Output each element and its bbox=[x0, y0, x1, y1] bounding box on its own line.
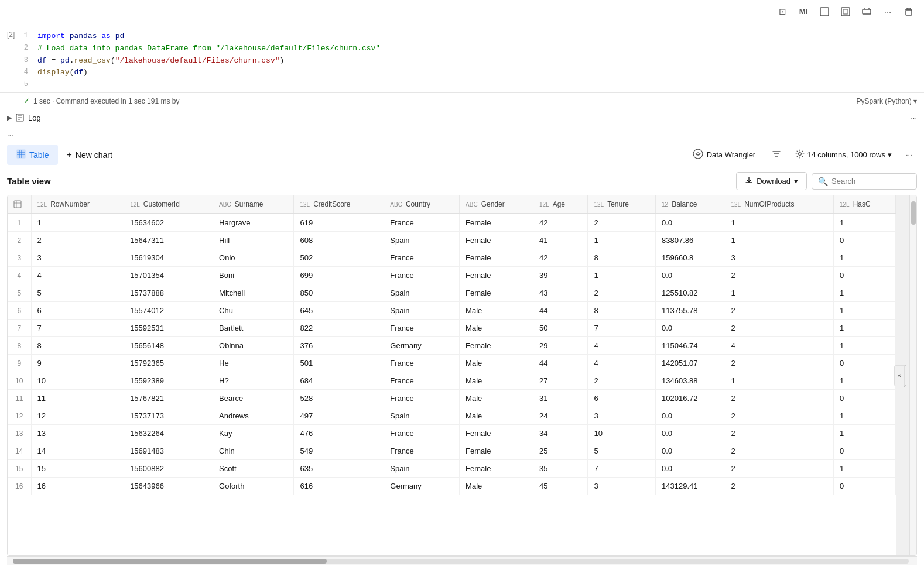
table-cell: 528 bbox=[294, 390, 384, 407]
table-cell: 143129.41 bbox=[656, 478, 725, 495]
toolbar-icon-trash[interactable] bbox=[901, 4, 917, 20]
table-cell: Female bbox=[460, 267, 533, 284]
table-cell: 8 bbox=[588, 249, 656, 267]
col-header-creditscore: 12LCreditScore bbox=[294, 195, 384, 214]
row-index: 2 bbox=[8, 232, 31, 249]
table-cell: 1 bbox=[725, 214, 833, 232]
svg-rect-1 bbox=[841, 8, 850, 16]
collapse-button[interactable]: « bbox=[894, 365, 905, 386]
table-cell: 4 bbox=[588, 355, 656, 372]
table-cell: 1 bbox=[725, 372, 833, 390]
tabs-right: Data Wrangler 14 columns, 1000 rows ▾ ··… bbox=[686, 145, 917, 164]
data-table-wrapper[interactable]: 12LRowNumber 12LCustomerId ABCSurname 12… bbox=[8, 195, 896, 555]
table-cell: 13 bbox=[31, 425, 124, 442]
table-cell: 24 bbox=[533, 407, 587, 425]
table-cell: 684 bbox=[294, 372, 384, 390]
col-info[interactable]: 14 columns, 1000 rows ▾ bbox=[790, 147, 896, 163]
table-cell: Chu bbox=[213, 302, 294, 320]
table-cell: Spain bbox=[384, 284, 460, 302]
row-index: 12 bbox=[8, 407, 31, 425]
table-cell: Male bbox=[460, 478, 533, 495]
output-panel: Table + New chart Data Wrangler bbox=[0, 140, 924, 570]
table-cell: 0 bbox=[833, 442, 895, 460]
table-cell: Chin bbox=[213, 442, 294, 460]
toolbar-icon-more[interactable]: ··· bbox=[879, 4, 896, 20]
table-cell: 34 bbox=[533, 425, 587, 442]
table-cell: 2 bbox=[725, 320, 833, 337]
more-options-button[interactable]: ··· bbox=[901, 147, 917, 163]
download-icon bbox=[745, 176, 753, 186]
table-cell: 0.0 bbox=[656, 320, 725, 337]
top-toolbar: ⊡ Ml ··· bbox=[0, 0, 924, 23]
table-cell: Female bbox=[460, 425, 533, 442]
toolbar-icon-1[interactable]: ⊡ bbox=[774, 4, 790, 20]
table-cell: 15701354 bbox=[124, 267, 213, 284]
table-cell: 43 bbox=[533, 284, 587, 302]
toolbar-icon-4[interactable] bbox=[837, 4, 854, 20]
table-cell: Male bbox=[460, 355, 533, 372]
table-row: 111115767821Bearce528FranceMale316102016… bbox=[8, 390, 896, 407]
table-cell: Female bbox=[460, 284, 533, 302]
filter-button[interactable] bbox=[767, 146, 786, 164]
code-content[interactable]: 1import pandas as pd 2# Load data into p… bbox=[23, 28, 924, 92]
table-cell: 42 bbox=[533, 249, 587, 267]
table-cell: Male bbox=[460, 302, 533, 320]
col-header-age: 12LAge bbox=[533, 195, 587, 214]
table-cell: 2 bbox=[725, 302, 833, 320]
table-cell: 1 bbox=[588, 267, 656, 284]
table-cell: 645 bbox=[294, 302, 384, 320]
data-wrangler-button[interactable]: Data Wrangler bbox=[686, 145, 763, 164]
new-chart-button[interactable]: + New chart bbox=[58, 145, 120, 165]
table-cell: Bartlett bbox=[213, 320, 294, 337]
table-cell: 1 bbox=[588, 232, 656, 249]
table-cell: 9 bbox=[31, 355, 124, 372]
table-cell: 15592389 bbox=[124, 372, 213, 390]
toolbar-icon-5[interactable] bbox=[858, 4, 875, 20]
row-index: 7 bbox=[8, 320, 31, 337]
table-cell: 2 bbox=[588, 214, 656, 232]
svg-point-16 bbox=[693, 149, 703, 159]
table-cell: 35 bbox=[533, 460, 587, 478]
svg-rect-6 bbox=[906, 10, 912, 15]
data-wrangler-label: Data Wrangler bbox=[707, 150, 756, 159]
table-cell: 1 bbox=[725, 284, 833, 302]
search-input[interactable] bbox=[831, 177, 911, 186]
table-cell: Male bbox=[460, 320, 533, 337]
table-cell: 15619304 bbox=[124, 249, 213, 267]
h-scroll-area[interactable] bbox=[7, 556, 917, 565]
table-cell: 115046.74 bbox=[656, 337, 725, 355]
svg-rect-19 bbox=[14, 201, 21, 208]
table-cell: 42 bbox=[533, 214, 587, 232]
col-header-numofproducts: 12LNumOfProducts bbox=[725, 195, 833, 214]
table-cell: 476 bbox=[294, 425, 384, 442]
table-cell: 15632264 bbox=[124, 425, 213, 442]
tab-table[interactable]: Table bbox=[7, 145, 58, 165]
log-toggle-icon: ▶ bbox=[7, 114, 12, 122]
table-cell: 25 bbox=[533, 442, 587, 460]
row-index: 3 bbox=[8, 249, 31, 267]
download-button[interactable]: Download ▾ bbox=[736, 172, 807, 190]
row-index: 5 bbox=[8, 284, 31, 302]
h-scroll-track[interactable] bbox=[13, 559, 909, 564]
search-box[interactable]: 🔍 bbox=[812, 173, 917, 190]
col-info-label: 14 columns, 1000 rows bbox=[807, 150, 885, 159]
table-cell: Hargrave bbox=[213, 214, 294, 232]
log-more-icon[interactable]: ··· bbox=[911, 114, 917, 122]
data-table: 12LRowNumber 12LCustomerId ABCSurname 12… bbox=[8, 195, 896, 495]
toolbar-icon-3[interactable] bbox=[816, 4, 833, 20]
cell-number: [2] bbox=[0, 28, 23, 41]
row-index: 4 bbox=[8, 267, 31, 284]
vertical-scrollbar[interactable] bbox=[909, 195, 916, 555]
table-cell: 3 bbox=[588, 478, 656, 495]
col-info-chevron: ▾ bbox=[888, 150, 892, 159]
table-cell: 125510.82 bbox=[656, 284, 725, 302]
table-row: 141415691483Chin549FranceFemale2550.020 bbox=[8, 442, 896, 460]
table-cell: 1 bbox=[31, 214, 124, 232]
table-row: 131315632264Kay476FranceFemale34100.021 bbox=[8, 425, 896, 442]
pyspark-badge[interactable]: PySpark (Python) ▾ bbox=[857, 97, 917, 105]
row-index: 1 bbox=[8, 214, 31, 232]
toolbar-icon-ml[interactable]: Ml bbox=[795, 4, 812, 20]
table-cell: 1 bbox=[833, 249, 895, 267]
log-section[interactable]: ▶ Log ··· bbox=[0, 109, 924, 126]
table-cell: 15647311 bbox=[124, 232, 213, 249]
